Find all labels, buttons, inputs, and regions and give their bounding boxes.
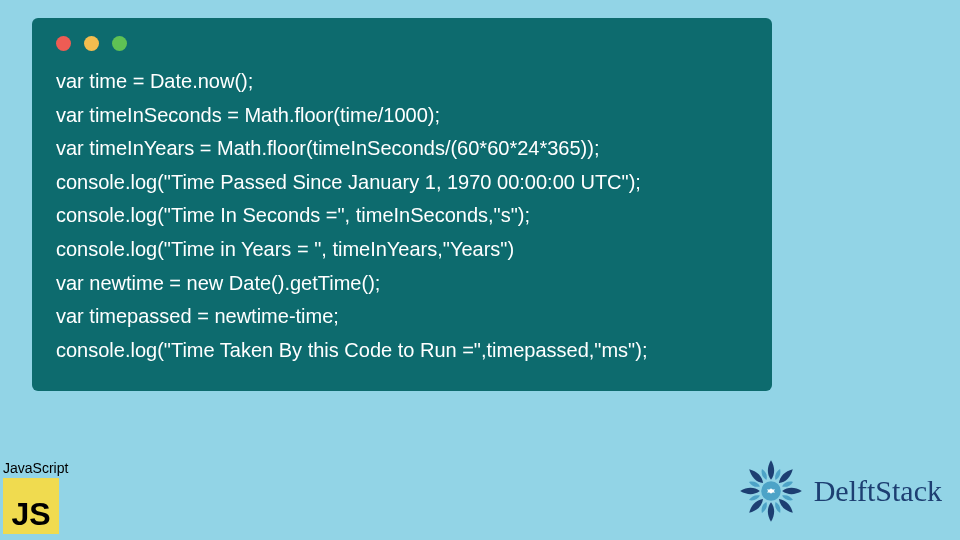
maximize-icon bbox=[112, 36, 127, 51]
brand-name: DelftStack bbox=[814, 474, 942, 508]
javascript-logo-icon: JS bbox=[3, 478, 59, 534]
language-label: JavaScript bbox=[3, 460, 68, 476]
brand: DelftStack bbox=[736, 456, 942, 526]
code-block: var time = Date.now(); var timeInSeconds… bbox=[56, 65, 748, 367]
footer: JavaScript JS bbox=[0, 446, 960, 540]
language-badge: JavaScript JS bbox=[3, 460, 68, 534]
language-short: JS bbox=[11, 498, 50, 534]
minimize-icon bbox=[84, 36, 99, 51]
code-window: var time = Date.now(); var timeInSeconds… bbox=[32, 18, 772, 391]
brand-logo-icon bbox=[736, 456, 806, 526]
window-controls bbox=[56, 36, 748, 51]
close-icon bbox=[56, 36, 71, 51]
